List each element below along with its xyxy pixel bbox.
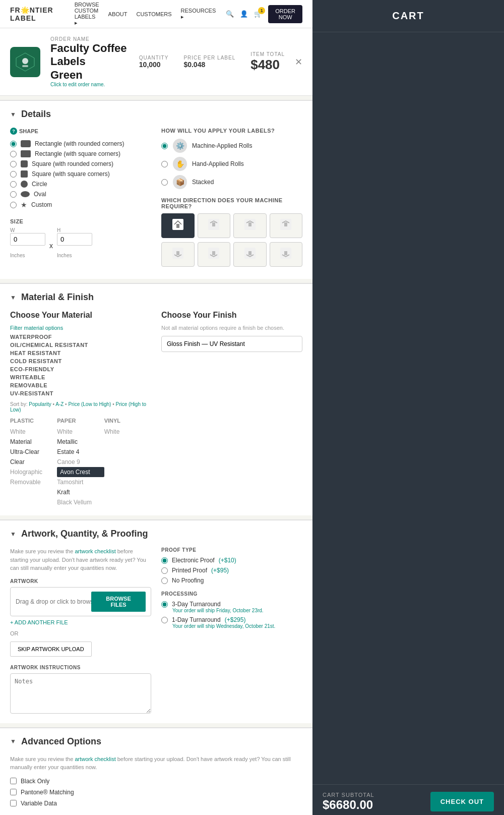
paper-white[interactable]: White <box>57 427 104 437</box>
shape-sq-rounded-label: Square (with rounded corners) <box>32 160 113 167</box>
shape-circle[interactable]: Circle <box>10 179 151 189</box>
paper-estate4[interactable]: Estate 4 <box>57 447 104 457</box>
paper-canoe9[interactable]: Canoe 9 <box>57 457 104 467</box>
proof-electronic[interactable]: Electronic Proof (+$10) <box>161 557 302 564</box>
cart-title: CART <box>312 0 504 32</box>
direction-btn-1[interactable] <box>161 213 195 238</box>
shape-rect-rounded[interactable]: Rectangle (with rounded corners) <box>10 139 151 149</box>
vinyl-white[interactable]: White <box>104 427 151 437</box>
sort-popularity[interactable]: Popularity <box>29 401 51 407</box>
plastic-material[interactable]: Material <box>10 437 57 447</box>
plastic-holographic[interactable]: Holographic <box>10 467 57 477</box>
nav-browse[interactable]: BROWSE CUSTOM LABELS ▸ <box>75 2 99 26</box>
option-black-only-label: Black Only <box>21 778 49 785</box>
skip-artwork-button[interactable]: SKIP ARTWORK UPLOAD <box>10 642 92 657</box>
close-button[interactable]: ✕ <box>295 56 302 68</box>
width-unit: Inches <box>10 253 45 258</box>
apply-machine[interactable]: ⚙️ Machine-Applied Rolls <box>161 139 302 153</box>
advanced-checklist-link[interactable]: artwork checklist <box>75 756 115 762</box>
width-input[interactable] <box>10 233 45 246</box>
search-icon[interactable]: 🔍 <box>226 10 234 18</box>
direction-btn-4[interactable] <box>270 213 303 238</box>
option-black-only[interactable]: Black Only <box>10 778 302 785</box>
direction-btn-6[interactable] <box>198 242 231 267</box>
paper-black-vellum[interactable]: Black Vellum <box>57 497 104 507</box>
filter-cold[interactable]: COLD RESISTANT <box>10 358 151 364</box>
apply-machine-label: Machine-Applied Rolls <box>192 142 252 149</box>
shape-oval[interactable]: Oval <box>10 189 151 199</box>
svg-rect-16 <box>248 251 251 255</box>
artwork-checklist-link[interactable]: artwork checklist <box>75 548 115 554</box>
option-pantone[interactable]: Pantone® Matching <box>10 789 302 796</box>
sort-az[interactable]: A-Z <box>55 401 64 407</box>
shape-rect-square-label: Rectangle (with square corners) <box>35 150 120 157</box>
proof-none[interactable]: No Proofing <box>161 577 302 584</box>
details-section-header[interactable]: ▼ Details <box>10 109 302 120</box>
filter-uv[interactable]: UV-RESISTANT <box>10 390 151 396</box>
artwork-drop-zone[interactable]: BROWSE FILES <box>10 587 151 616</box>
nav-resources[interactable]: RESOURCES ▸ <box>181 8 216 20</box>
processing-1day[interactable]: 1-Day Turnaround (+$295) Your order will… <box>161 616 302 629</box>
shape-sq-square[interactable]: Square (with square corners) <box>10 169 151 179</box>
plastic-clear[interactable]: Clear <box>10 457 57 467</box>
plastic-header: PLASTIC <box>10 418 57 424</box>
filter-removable[interactable]: REMOVABLE <box>10 382 151 388</box>
direction-btn-3[interactable] <box>233 213 267 238</box>
material-chevron: ▼ <box>10 294 16 301</box>
plastic-white[interactable]: White <box>10 427 57 437</box>
direction-btn-8[interactable] <box>270 242 303 267</box>
shape-sq-square-icon <box>21 170 28 178</box>
size-label: SIZE <box>10 218 151 224</box>
material-section-header[interactable]: ▼ Material & Finish <box>10 292 302 303</box>
browse-files-button[interactable]: BROWSE FILES <box>91 592 146 612</box>
proof-printed[interactable]: Printed Proof (+$95) <box>161 567 302 574</box>
filter-eco[interactable]: ECO-FRIENDLY <box>10 366 151 372</box>
shape-sq-rounded[interactable]: Square (with rounded corners) <box>10 159 151 169</box>
paper-tamoshirt[interactable]: Tamoshirt <box>57 477 104 487</box>
filter-material-link[interactable]: Filter material options <box>10 325 151 331</box>
apply-hand[interactable]: ✋ Hand-Applied Rolls <box>161 157 302 171</box>
sort-price-low[interactable]: Price (Low to High) <box>68 401 111 407</box>
filter-oil[interactable]: OIL/CHEMICAL RESISTANT <box>10 342 151 348</box>
svg-rect-18 <box>284 251 287 255</box>
direction-btn-7[interactable] <box>233 242 267 267</box>
option-variable-data[interactable]: Variable Data <box>10 800 302 807</box>
processing-3day[interactable]: 3-Day Turnaround Your order will ship Fr… <box>161 601 302 613</box>
shape-custom[interactable]: ★ Custom <box>10 199 151 210</box>
advanced-section-header[interactable]: ▼ Advanced Options <box>10 736 302 747</box>
details-section: ▼ Details ? SHAPE Rectangle (with rounde… <box>0 100 312 279</box>
shape-label: ? SHAPE <box>10 128 151 135</box>
paper-kraft[interactable]: Kraft <box>57 487 104 497</box>
add-another-file-link[interactable]: + ADD ANOTHER FILE <box>10 619 151 625</box>
shape-oval-label: Oval <box>34 191 46 198</box>
item-total-value: $480 <box>250 57 285 73</box>
direction-btn-5[interactable] <box>161 242 195 267</box>
artwork-drop-input[interactable] <box>16 598 91 605</box>
account-icon[interactable]: 👤 <box>240 10 248 18</box>
quantity-value: 10,000 <box>139 61 169 69</box>
order-now-button[interactable]: ORDER NOW <box>268 5 302 23</box>
direction-btn-2[interactable] <box>198 213 231 238</box>
filter-heat[interactable]: HEAT RESISTANT <box>10 350 151 356</box>
shape-rect-square[interactable]: Rectangle (with square corners) <box>10 149 151 159</box>
finish-select[interactable]: Gloss Finish — UV Resistant <box>161 336 302 352</box>
shape-info-icon: ? <box>10 128 17 135</box>
cart-sidebar: CART CART SUBTOTAL $6680.00 CHECK OUT <box>312 0 504 815</box>
shape-list: Rectangle (with rounded corners) Rectang… <box>10 139 151 210</box>
plastic-ultra-clear[interactable]: Ultra-Clear <box>10 447 57 457</box>
nav-about[interactable]: ABOUT <box>108 11 128 17</box>
filter-writeable[interactable]: WRITEABLE <box>10 374 151 380</box>
artwork-section-header[interactable]: ▼ Artwork, Quantity, & Proofing <box>10 529 302 539</box>
order-edit-link[interactable]: Click to edit order name. <box>50 82 129 87</box>
nav-customers[interactable]: CUSTOMERS <box>136 11 171 17</box>
paper-metallic[interactable]: Metallic <box>57 437 104 447</box>
cart-icon[interactable]: 🛒 1 <box>254 10 262 18</box>
filter-waterproof[interactable]: WATERPROOF <box>10 334 151 340</box>
artwork-instructions-textarea[interactable] <box>10 673 151 714</box>
paper-avon-crest[interactable]: Avon Crest <box>57 467 104 477</box>
plastic-removable[interactable]: Removable <box>10 477 57 487</box>
checkout-button[interactable]: CHECK OUT <box>430 792 494 811</box>
finish-note: Not all material options require a finis… <box>161 325 302 331</box>
apply-stacked[interactable]: 📦 Stacked <box>161 175 302 189</box>
height-input[interactable] <box>57 233 92 246</box>
